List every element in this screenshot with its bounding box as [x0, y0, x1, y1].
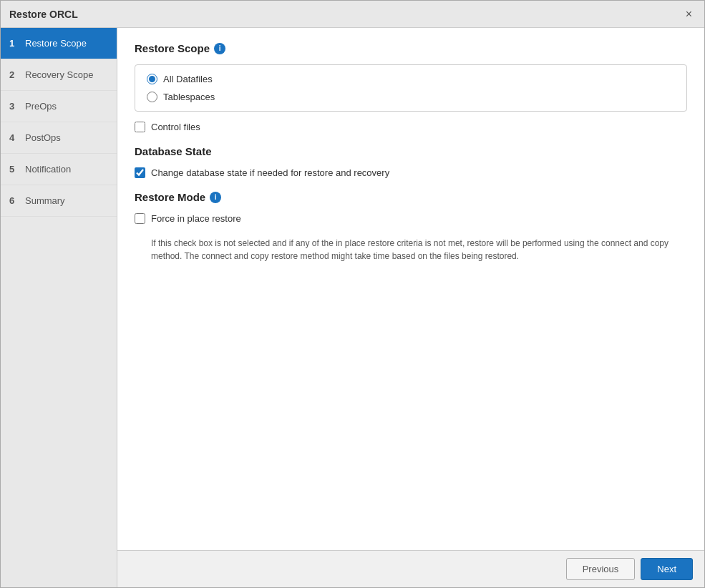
radio-label-tablespaces[interactable]: Tablespaces: [163, 92, 215, 102]
sidebar-item-restore-scope[interactable]: 1 Restore Scope: [1, 28, 117, 59]
database-state-row: Change database state if needed for rest…: [135, 167, 687, 178]
restore-scope-info-icon[interactable]: i: [214, 43, 225, 54]
database-state-checkbox[interactable]: [135, 167, 145, 178]
next-button[interactable]: Next: [641, 558, 693, 580]
force-restore-checkbox[interactable]: [135, 213, 145, 224]
dialog-title: Restore ORCL: [9, 9, 78, 20]
sidebar-step-1: 1: [9, 38, 19, 49]
sidebar-label-4: PostOps: [25, 132, 61, 143]
sidebar-step-6: 6: [9, 195, 19, 206]
sidebar-label-6: Summary: [25, 195, 65, 206]
sidebar-label-2: Recovery Scope: [25, 69, 93, 80]
content-area: Restore Scope i All Datafiles Tablespace…: [117, 28, 704, 550]
restore-dialog: Restore ORCL × 1 Restore Scope 2 Recover…: [0, 0, 705, 588]
force-restore-row: Force in place restore: [135, 213, 687, 224]
radio-option-tablespaces: Tablespaces: [147, 92, 675, 102]
control-files-checkbox[interactable]: [135, 122, 145, 132]
previous-button[interactable]: Previous: [566, 558, 636, 580]
sidebar-item-postops[interactable]: 4 PostOps: [1, 122, 117, 154]
radio-label-all-datafiles[interactable]: All Datafiles: [163, 74, 213, 84]
restore-mode-info-icon[interactable]: i: [210, 192, 221, 203]
dialog-body: 1 Restore Scope 2 Recovery Scope 3 PreOp…: [1, 28, 704, 587]
sidebar-step-5: 5: [9, 164, 19, 175]
radio-all-datafiles[interactable]: [147, 74, 157, 84]
restore-scope-radio-group: All Datafiles Tablespaces: [135, 64, 687, 112]
sidebar-item-recovery-scope[interactable]: 2 Recovery Scope: [1, 59, 117, 91]
sidebar-step-3: 3: [9, 101, 19, 112]
dialog-header: Restore ORCL ×: [1, 1, 704, 28]
sidebar-item-preops[interactable]: 3 PreOps: [1, 91, 117, 122]
sidebar: 1 Restore Scope 2 Recovery Scope 3 PreOp…: [1, 28, 117, 587]
dialog-footer: Previous Next: [117, 550, 704, 587]
restore-mode-title: Restore Mode i: [135, 191, 687, 203]
radio-option-all-datafiles: All Datafiles: [147, 74, 675, 84]
close-button[interactable]: ×: [682, 7, 696, 21]
control-files-label[interactable]: Control files: [151, 122, 200, 132]
force-restore-label[interactable]: Force in place restore: [151, 213, 241, 224]
restore-mode-content: Force in place restore If this check box…: [135, 213, 687, 263]
radio-tablespaces[interactable]: [147, 92, 157, 102]
control-files-row: Control files: [135, 122, 687, 132]
sidebar-step-2: 2: [9, 69, 19, 80]
force-restore-description: If this check box is not selected and if…: [151, 237, 687, 263]
sidebar-label-5: Notification: [25, 164, 71, 175]
sidebar-label-1: Restore Scope: [25, 38, 87, 49]
sidebar-item-summary[interactable]: 6 Summary: [1, 185, 117, 217]
sidebar-step-4: 4: [9, 132, 19, 143]
restore-scope-title: Restore Scope i: [135, 42, 687, 54]
sidebar-item-notification[interactable]: 5 Notification: [1, 154, 117, 185]
main-content: Restore Scope i All Datafiles Tablespace…: [117, 28, 704, 587]
database-state-title: Database State: [135, 145, 687, 157]
sidebar-label-3: PreOps: [25, 101, 57, 112]
database-state-label[interactable]: Change database state if needed for rest…: [151, 167, 389, 178]
